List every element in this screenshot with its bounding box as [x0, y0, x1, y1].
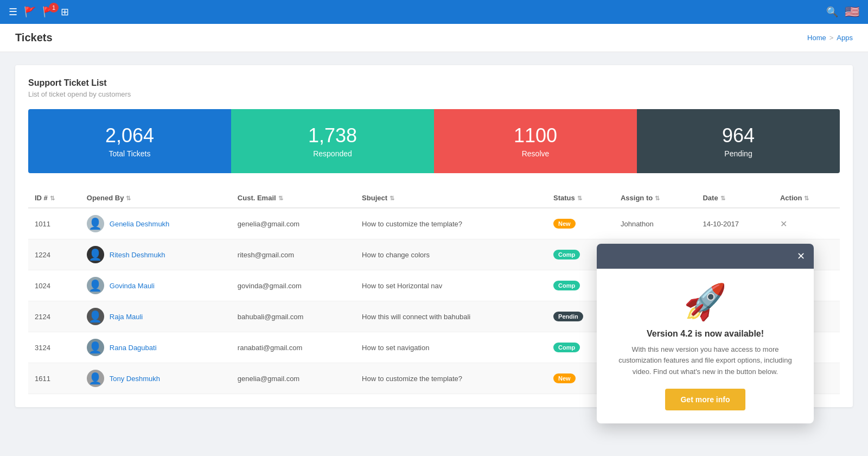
user-link-1[interactable]: Ritesh Deshmukh [110, 251, 165, 259]
row-subject-4: How to set navigation [355, 332, 547, 363]
popup-close-button[interactable]: ✕ [797, 250, 805, 262]
popup-text: With this new version you have access to… [612, 344, 799, 378]
status-badge-0: New [553, 219, 576, 229]
breadcrumb-current: Apps [837, 34, 853, 42]
stat-number-0: 2,064 [105, 124, 154, 147]
table-header: ID #⇅Opened By⇅Cust. Email⇅Sbuject⇅Statu… [28, 188, 840, 208]
row-assign-0: Johnathon [614, 208, 697, 239]
rocket-icon: 🚀 [612, 282, 799, 322]
stat-card-0[interactable]: 2,064 Total Tickets [28, 109, 231, 173]
row-email-1: ritesh@gmail.com [231, 239, 355, 270]
flag-icon-1[interactable]: 🚩 [24, 6, 36, 18]
user-link-5[interactable]: Tony Deshmukh [110, 375, 160, 383]
topbar: ☰ 🚩 🚩 1 ⊞ 🔍 🇺🇸 [0, 0, 868, 24]
col-header-email[interactable]: Cust. Email⇅ [231, 188, 355, 208]
row-user-1: 👤 Ritesh Deshmukh [80, 239, 231, 270]
row-id-5: 1611 [28, 363, 80, 394]
row-date-0: 14-10-2017 [696, 208, 774, 239]
flag-icon-2[interactable]: 🚩 1 [42, 6, 54, 18]
stat-number-3: 964 [722, 124, 755, 147]
close-button-0[interactable]: ✕ [780, 219, 787, 229]
stat-card-2[interactable]: 1100 Resolve [434, 109, 637, 173]
col-header-opened_by[interactable]: Opened By⇅ [80, 188, 231, 208]
row-id-4: 3124 [28, 332, 80, 363]
row-id-2: 1024 [28, 270, 80, 301]
row-subject-2: How to set Horizontal nav [355, 270, 547, 301]
status-badge-1: Comp [553, 250, 580, 259]
status-badge-4: Comp [553, 343, 580, 352]
row-subject-1: How to change colors [355, 239, 547, 270]
status-badge-5: New [553, 373, 576, 383]
col-header-date[interactable]: Date⇅ [696, 188, 774, 208]
breadcrumb: Home > Apps [807, 34, 853, 42]
get-more-info-button[interactable]: Get more info [665, 389, 745, 410]
avatar-0: 👤 [87, 215, 104, 232]
row-user-4: 👤 Rana Dagubati [80, 332, 231, 363]
user-link-3[interactable]: Raja Mauli [110, 313, 143, 321]
row-subject-0: How to customize the template? [355, 208, 547, 239]
row-id-3: 2124 [28, 301, 80, 332]
stat-label-2: Resolve [522, 149, 550, 158]
stat-card-1[interactable]: 1,738 Responded [231, 109, 434, 173]
row-subject-5: How to customize the template? [355, 363, 547, 394]
sort-icon: ⇅ [804, 195, 809, 201]
sort-icon: ⇅ [720, 195, 725, 201]
avatar-4: 👤 [87, 339, 104, 356]
topbar-left: ☰ 🚩 🚩 1 ⊞ [9, 6, 69, 18]
row-id-0: 1011 [28, 208, 80, 239]
col-header-status[interactable]: Status⇅ [547, 188, 614, 208]
stat-label-3: Pending [724, 149, 752, 158]
update-popup: ✕ 🚀 Version 4.2 is now available! With t… [597, 244, 814, 420]
row-id-1: 1224 [28, 239, 80, 270]
menu-icon[interactable]: ☰ [9, 6, 17, 18]
page-title: Tickets [15, 31, 53, 44]
avatar-5: 👤 [87, 370, 104, 387]
stats-row: 2,064 Total Tickets 1,738 Responded 1100… [28, 109, 840, 173]
stat-label-0: Total Tickets [108, 149, 150, 158]
status-badge-3: Pendin [553, 312, 583, 321]
sort-icon: ⇅ [577, 195, 582, 201]
card-subtitle: List of ticket opend by customers [28, 90, 840, 98]
grid-icon[interactable]: ⊞ [61, 6, 69, 18]
avatar-2: 👤 [87, 277, 104, 294]
col-header-id[interactable]: ID #⇅ [28, 188, 80, 208]
popup-header: ✕ [597, 244, 814, 269]
col-header-action[interactable]: Action⇅ [774, 188, 840, 208]
row-email-3: bahubali@gmail.com [231, 301, 355, 332]
sort-icon: ⇅ [655, 195, 660, 201]
sort-icon: ⇅ [390, 195, 394, 201]
row-subject-3: How this will connect with bahubali [355, 301, 547, 332]
notification-badge: 1 [49, 3, 59, 12]
stat-label-1: Responded [313, 149, 352, 158]
card-title: Support Ticket List [28, 78, 840, 88]
popup-body: 🚀 Version 4.2 is now available! With thi… [597, 269, 814, 420]
user-link-2[interactable]: Govinda Mauli [110, 282, 155, 290]
search-icon[interactable]: 🔍 [826, 6, 838, 18]
avatar-3: 👤 [87, 308, 104, 325]
status-badge-2: Comp [553, 281, 580, 290]
row-status-0: New [547, 208, 614, 239]
flag-us[interactable]: 🇺🇸 [845, 5, 859, 19]
sort-icon: ⇅ [278, 195, 283, 201]
stat-number-1: 1,738 [308, 124, 357, 147]
table-row: 1011 👤 Genelia Deshmukh genelia@gmail.co… [28, 208, 840, 239]
sort-icon: ⇅ [50, 195, 55, 201]
row-user-0: 👤 Genelia Deshmukh [80, 208, 231, 239]
sort-icon: ⇅ [126, 195, 131, 201]
row-user-2: 👤 Govinda Mauli [80, 270, 231, 301]
col-header-assign_to[interactable]: Assign to⇅ [614, 188, 697, 208]
row-email-2: govinda@gmail.com [231, 270, 355, 301]
breadcrumb-bar: Tickets Home > Apps [0, 24, 868, 52]
row-email-5: genelia@gmail.com [231, 363, 355, 394]
stat-card-3[interactable]: 964 Pending [637, 109, 840, 173]
breadcrumb-home[interactable]: Home [807, 34, 826, 42]
row-user-5: 👤 Tony Deshmukh [80, 363, 231, 394]
col-header-subject[interactable]: Sbuject⇅ [355, 188, 547, 208]
user-link-4[interactable]: Rana Dagubati [110, 344, 157, 352]
row-user-3: 👤 Raja Mauli [80, 301, 231, 332]
topbar-right: 🔍 🇺🇸 [826, 5, 859, 19]
user-link-0[interactable]: Genelia Deshmukh [110, 220, 170, 228]
row-email-0: genelia@gmail.com [231, 208, 355, 239]
row-action-0: ✕ [774, 208, 840, 239]
row-email-4: ranabati@gmail.com [231, 332, 355, 363]
